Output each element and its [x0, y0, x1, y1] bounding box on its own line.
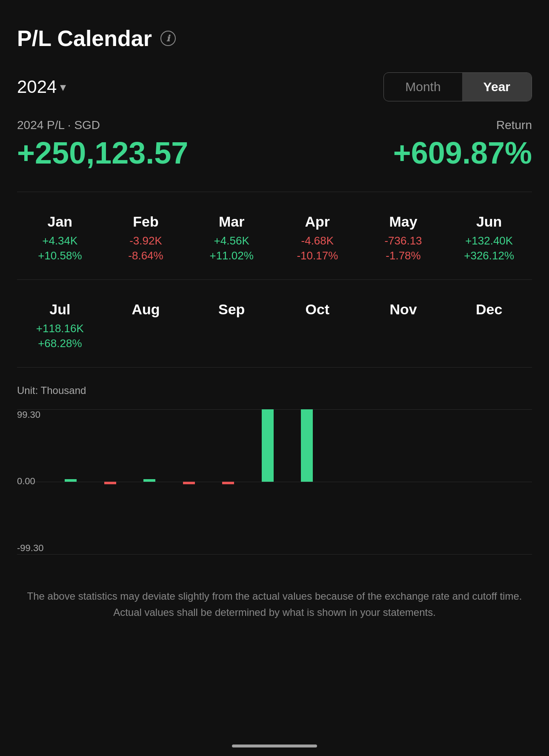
- divider-2: [17, 279, 532, 280]
- chart-y-label: 99.30: [17, 409, 40, 420]
- chart-area: Unit: Thousand 99.300.00-99.30: [17, 380, 532, 563]
- chart-y-label: -99.30: [17, 543, 43, 554]
- bar: [262, 409, 274, 482]
- months-row-1: Jan+4.34K+10.58%Feb-3.92K-8.64%Mar+4.56K…: [17, 205, 532, 271]
- divider-3: [17, 367, 532, 368]
- year-caret-icon: ▾: [60, 80, 66, 94]
- bar: [301, 409, 313, 482]
- month-name: Aug: [107, 301, 185, 318]
- month-pl: -3.92K: [107, 234, 185, 247]
- return-label: Return: [496, 118, 532, 132]
- month-pct: +10.58%: [21, 249, 99, 262]
- bar: [222, 482, 234, 484]
- view-toggle: Month Year: [383, 72, 532, 101]
- month-cell-jan[interactable]: Jan+4.34K+10.58%: [17, 205, 103, 271]
- month-name: Nov: [365, 301, 442, 318]
- divider-1: [17, 192, 532, 192]
- pl-value: +250,123.57: [17, 135, 188, 170]
- month-pct: -8.64%: [107, 249, 185, 262]
- month-pct: +11.02%: [193, 249, 270, 262]
- month-cell-jun[interactable]: Jun+132.40K+326.12%: [446, 205, 532, 271]
- pl-values-row: +250,123.57 +609.87%: [17, 135, 532, 170]
- month-name: Jun: [450, 213, 528, 230]
- chart-y-label: 0.00: [17, 476, 35, 487]
- month-pl: +4.56K: [193, 234, 270, 247]
- month-pl: -4.68K: [279, 234, 356, 247]
- month-pct: -1.78%: [365, 249, 442, 262]
- bar-group: [484, 409, 524, 554]
- month-name: May: [365, 213, 442, 230]
- month-pct: +68.28%: [21, 337, 99, 350]
- month-cell-oct[interactable]: Oct: [274, 293, 360, 359]
- bar: [104, 482, 116, 484]
- info-icon[interactable]: ℹ: [160, 31, 176, 46]
- bar-group: [248, 409, 288, 554]
- bar-group: [130, 409, 169, 554]
- footnote: The above statistics may deviate slightl…: [17, 588, 532, 621]
- month-name: Apr: [279, 213, 356, 230]
- bar: [65, 479, 77, 482]
- selected-year: 2024: [17, 77, 57, 97]
- home-indicator: [232, 745, 317, 747]
- bar-group: [327, 409, 366, 554]
- bar-group: [366, 409, 406, 554]
- bar: [143, 479, 155, 482]
- pl-label: 2024 P/L · SGD: [17, 118, 100, 132]
- month-cell-apr[interactable]: Apr-4.68K-10.17%: [274, 205, 360, 271]
- month-cell-sep[interactable]: Sep: [189, 293, 274, 359]
- year-selector[interactable]: 2024 ▾: [17, 77, 66, 97]
- bar-group: [91, 409, 130, 554]
- month-name: Sep: [193, 301, 270, 318]
- month-cell-aug[interactable]: Aug: [103, 293, 189, 359]
- months-row-2: Jul+118.16K+68.28%AugSepOctNovDec: [17, 293, 532, 359]
- month-name: Oct: [279, 301, 356, 318]
- bar-group: [169, 409, 209, 554]
- pl-header: 2024 P/L · SGD Return: [17, 118, 532, 132]
- bar-group: [287, 409, 327, 554]
- month-pl: +132.40K: [450, 234, 528, 247]
- month-cell-mar[interactable]: Mar+4.56K+11.02%: [189, 205, 274, 271]
- header: P/L Calendar ℹ: [17, 26, 532, 51]
- month-pl: -736.13: [365, 234, 442, 247]
- bar-group: [51, 409, 91, 554]
- month-cell-feb[interactable]: Feb-3.92K-8.64%: [103, 205, 189, 271]
- year-toggle-button[interactable]: Year: [462, 73, 532, 101]
- month-cell-dec[interactable]: Dec: [446, 293, 532, 359]
- unit-label: Unit: Thousand: [17, 385, 532, 397]
- bar-group: [445, 409, 484, 554]
- chart-container: 99.300.00-99.30: [17, 409, 532, 554]
- month-cell-nov[interactable]: Nov: [360, 293, 446, 359]
- month-cell-may[interactable]: May-736.13-1.78%: [360, 205, 446, 271]
- month-pl: +4.34K: [21, 234, 99, 247]
- chart-grid-line: [17, 554, 532, 555]
- month-pct: -10.17%: [279, 249, 356, 262]
- bar-group: [406, 409, 445, 554]
- month-name: Jul: [21, 301, 99, 318]
- month-pct: +326.12%: [450, 249, 528, 262]
- bar: [183, 482, 195, 484]
- bars-area: [51, 409, 523, 554]
- month-name: Mar: [193, 213, 270, 230]
- month-name: Jan: [21, 213, 99, 230]
- month-pl: +118.16K: [21, 322, 99, 335]
- return-value: +609.87%: [393, 135, 532, 170]
- month-name: Feb: [107, 213, 185, 230]
- month-cell-jul[interactable]: Jul+118.16K+68.28%: [17, 293, 103, 359]
- month-name: Dec: [450, 301, 528, 318]
- bar-group: [209, 409, 248, 554]
- month-toggle-button[interactable]: Month: [384, 73, 462, 101]
- page-title: P/L Calendar: [17, 26, 152, 51]
- controls-row: 2024 ▾ Month Year: [17, 72, 532, 101]
